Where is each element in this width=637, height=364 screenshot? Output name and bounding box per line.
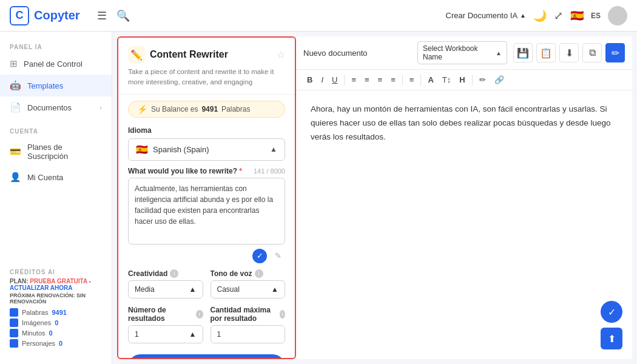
- panel-title-row: ✏️ Content Rewriter ☆: [128, 46, 285, 63]
- panel-title: Content Rewriter: [150, 49, 228, 60]
- plan-sep: -: [87, 278, 91, 285]
- tono-info-icon[interactable]: i: [255, 269, 263, 278]
- logo[interactable]: C Copyter: [10, 6, 80, 25]
- heading-btn[interactable]: H: [456, 73, 468, 86]
- num-resultados-label-row: Número de resultados i: [128, 306, 203, 323]
- sidebar-item-label: Mi Cuenta: [27, 173, 63, 182]
- sidebar-item-mi-cuenta[interactable]: 👤 Mi Cuenta: [0, 166, 112, 188]
- editor-paragraph: Ahora, hay un montón de herramientas con…: [311, 103, 618, 144]
- workbook-select-dropdown[interactable]: Select Workbook Name ▲: [417, 41, 507, 64]
- credit-minutos: Minutos 0: [10, 329, 102, 337]
- duplicate-icon-btn[interactable]: ⧉: [582, 43, 602, 62]
- tono-chevron-icon: ▲: [271, 285, 278, 294]
- topnav-action-icons: 🌙 ⤢ 🇪🇸 ES: [533, 6, 627, 25]
- rewrite-textarea[interactable]: Actualmente, las herramientas con inteli…: [128, 178, 285, 244]
- doc-name-input[interactable]: [303, 49, 405, 58]
- creatividad-info-icon[interactable]: i: [170, 269, 178, 278]
- sidebar-item-documentos[interactable]: 📄 Documentos ›: [0, 96, 112, 118]
- sidebar-item-label: Documentos: [27, 103, 72, 112]
- workbook-chevron-icon: ▲: [496, 50, 502, 56]
- format-toolbar: B I U ≡ ≡ ≡ ≡ ≡ A T↕ H ✏ 🔗: [296, 70, 632, 90]
- char-count: 141 / 8000: [254, 167, 285, 175]
- credit-palabras: Palabras 9491: [10, 308, 102, 317]
- panel-icon: ✏️: [128, 46, 145, 63]
- bolt-icon: ⚡: [137, 104, 147, 114]
- workbook-label: Select Workbook Name: [423, 44, 493, 61]
- personajes-icon: [10, 339, 18, 348]
- list-ordered-btn[interactable]: ≡: [406, 73, 418, 86]
- palabras-value: 9491: [52, 309, 66, 316]
- num-resultados-info-icon[interactable]: i: [196, 310, 203, 318]
- edit-mode-btn[interactable]: ✏: [605, 43, 625, 62]
- credit-imagenes: Imágenes 0: [10, 318, 102, 327]
- editor-toolbar-top: Select Workbook Name ▲ 💾 📋 ⬇ ⧉ ✏: [296, 36, 632, 70]
- download-icon-btn[interactable]: ⬇: [559, 43, 579, 62]
- tono-dropdown[interactable]: Casual ▲: [211, 280, 286, 298]
- fmt-separator-4: [472, 75, 473, 86]
- floating-actions: ✓ ⬆: [601, 301, 622, 349]
- italic-btn[interactable]: I: [317, 73, 327, 86]
- actualizar-link[interactable]: ACTUALIZAR AHORA: [10, 285, 73, 291]
- floating-check-btn[interactable]: ✓: [601, 301, 622, 323]
- sidebar-item-planes[interactable]: 💳 Planes de Suscripción: [0, 137, 112, 166]
- creatividad-tono-row: Creatividad i Media ▲ Tono de voz i Casu…: [118, 269, 295, 303]
- font-color-btn[interactable]: A: [424, 73, 437, 86]
- sidebar-item-templates[interactable]: 🤖 Templates: [0, 75, 112, 96]
- num-resultados-group: Número de resultados i 1 ▲: [128, 306, 203, 343]
- logo-text: Copyter: [34, 8, 80, 22]
- cantidad-value: 1: [217, 330, 221, 339]
- editor-content-area[interactable]: Ahora, hay un montón de herramientas con…: [296, 90, 632, 359]
- moon-icon[interactable]: 🌙: [533, 9, 547, 22]
- sidebar: PANEL IA ⊞ Panel de Control 🤖 Templates …: [0, 32, 112, 364]
- panel-ia-label: PANEL IA: [0, 39, 112, 53]
- fmt-separator-2: [402, 75, 403, 86]
- balance-prefix: Su Balance es: [151, 105, 198, 113]
- cantidad-dropdown[interactable]: 1: [211, 325, 286, 343]
- creatividad-label-row: Creatividad i: [128, 269, 203, 278]
- cantidad-label-row: Cantidad máxima por resultado i: [211, 306, 286, 323]
- crear-label: Crear Documento IA: [446, 11, 518, 20]
- copy-icon-btn[interactable]: 📋: [536, 43, 556, 62]
- minutos-icon: [10, 329, 18, 337]
- menu-icon[interactable]: ☰: [97, 9, 107, 22]
- justify-btn[interactable]: ≡: [387, 73, 399, 86]
- star-icon[interactable]: ☆: [277, 49, 285, 61]
- confirm-btn[interactable]: ✓: [252, 249, 267, 263]
- rewrite-label-row: What would you like to rewrite? * 141 / …: [128, 167, 285, 175]
- expand-icon[interactable]: ⤢: [554, 9, 563, 22]
- plan-name[interactable]: PRUEBA GRATUITA: [30, 278, 87, 285]
- doc-icon: 📄: [10, 102, 21, 113]
- avatar[interactable]: [608, 6, 627, 25]
- align-center-btn[interactable]: ≡: [361, 73, 373, 86]
- creditos-label: CRÉDITOS AI: [10, 269, 102, 278]
- text-size-btn[interactable]: T↕: [439, 73, 454, 86]
- floating-scroll-btn[interactable]: ⬆: [601, 328, 622, 349]
- idioma-dropdown[interactable]: 🇪🇸 Spanish (Spain) ▲: [128, 138, 285, 161]
- link-btn[interactable]: 🔗: [491, 73, 508, 86]
- crear-documento-btn[interactable]: Crear Documento IA ▲: [446, 11, 526, 20]
- underline-btn[interactable]: U: [328, 73, 341, 86]
- lang-label: ES: [591, 12, 601, 20]
- credit-personajes: Personajes 0: [10, 339, 102, 348]
- draw-btn[interactable]: ✏: [476, 73, 490, 86]
- imagenes-label: Imágenes: [22, 319, 51, 326]
- bold-btn[interactable]: B: [303, 73, 316, 86]
- num-resultados-dropdown[interactable]: 1 ▲: [128, 325, 203, 343]
- textarea-footer: ✓ ✎: [128, 249, 285, 263]
- crear-chevron-icon: ▲: [520, 12, 526, 19]
- cantidad-info-icon[interactable]: i: [280, 310, 285, 318]
- save-icon-btn[interactable]: 💾: [513, 43, 533, 62]
- search-icon[interactable]: 🔍: [116, 9, 130, 22]
- align-left-btn[interactable]: ≡: [348, 73, 360, 86]
- tono-label: Tono de voz: [211, 269, 252, 278]
- generate-button[interactable]: GENERAR TEXTO: [128, 354, 285, 360]
- creatividad-dropdown[interactable]: Media ▲: [128, 280, 203, 298]
- sidebar-credits: CRÉDITOS AI PLAN: PRUEBA GRATUITA - ACTU…: [0, 261, 112, 357]
- grid-icon: ⊞: [10, 58, 18, 69]
- sidebar-item-panel-control[interactable]: ⊞ Panel de Control: [0, 53, 112, 75]
- align-right-btn[interactable]: ≡: [374, 73, 386, 86]
- arrow-icon: ›: [99, 104, 102, 111]
- topnav: C Copyter ☰ 🔍 Crear Documento IA ▲ 🌙 ⤢ 🇪…: [0, 0, 637, 32]
- edit-btn[interactable]: ✎: [271, 249, 285, 263]
- creatividad-chevron-icon: ▲: [189, 285, 197, 294]
